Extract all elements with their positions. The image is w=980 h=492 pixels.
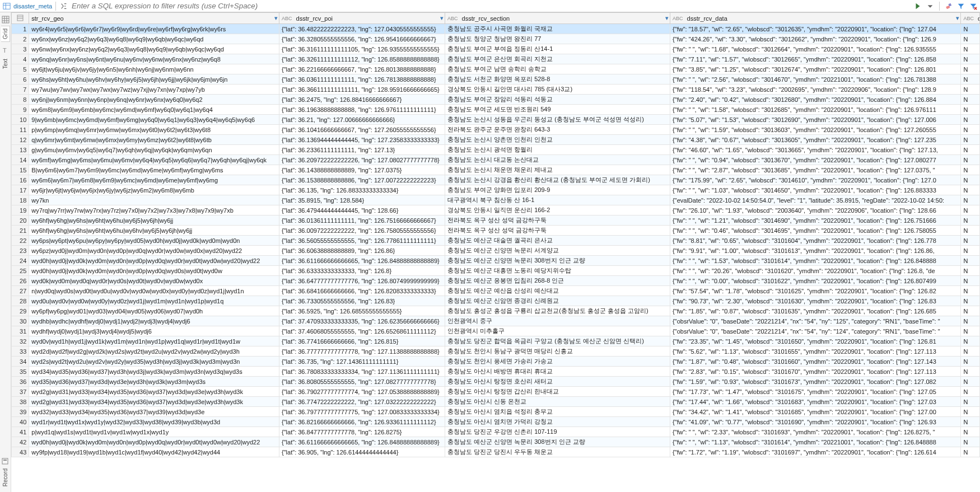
cell-last[interactable]: N xyxy=(961,346,980,357)
cell-data[interactable]: {"fw": " ", "wl": "0.00", "wlobscd": "31… xyxy=(670,276,961,286)
cell-last[interactable]: N xyxy=(961,145,980,155)
cell-poi[interactable]: {"lat": 35.8915, "lng": 128.584} xyxy=(279,195,445,205)
side-tab-record[interactable]: Record xyxy=(1,466,10,489)
cell-geo[interactable]: wy6nx|wy6nz|wy6q2|wy6q3|wy6q8|wy6q9|wy6q… xyxy=(29,34,279,44)
table-row[interactable]: 39wyd32|wyd33|wyd34|wyd35|wyd36|wyd37|wy… xyxy=(12,407,980,417)
cell-section[interactable]: 충청남도 당진군 합덕읍 옥금리 구양교 (충청남도 예산군 신암면 신택리) xyxy=(445,336,670,346)
cell-last[interactable]: N xyxy=(961,105,980,115)
cell-poi[interactable]: {"lat": 36.22166666666667, "lng": 126.80… xyxy=(279,64,445,74)
cell-section[interactable]: 충청남도 논산시 대교동 논산대교 xyxy=(445,155,670,165)
cell-last[interactable]: N xyxy=(961,336,980,346)
cell-last[interactable]: N xyxy=(961,447,980,457)
cell-last[interactable]: N xyxy=(961,316,980,326)
cell-data[interactable]: {"fw": "17.73", "wl": "1.47", "wlobscd":… xyxy=(670,387,961,397)
rownum-cell[interactable]: 2 xyxy=(12,34,29,44)
col-menu-icon[interactable]: ▾ xyxy=(440,15,444,22)
cell-last[interactable]: N xyxy=(961,306,980,316)
cell-poi[interactable]: {"lat": 36.777777777777778, "lng": 127.1… xyxy=(279,346,445,357)
table-row[interactable]: 8wy6nj|wy6nm|wy6nn|wy6np|wy6nq|wy6nr|wy6… xyxy=(12,95,980,105)
table-row[interactable]: 29wy6pf|wy6pg|wyd01|wyd03|wyd04|wyd05|wy… xyxy=(12,306,980,316)
cell-geo[interactable]: wy6m8|wy6m9|wy6mb|wy6mc|wy6md|wy6mf|wy6q… xyxy=(29,105,279,115)
cell-poi[interactable]: {"lat": 36.735, "lng": 127.1436111111111… xyxy=(279,357,445,367)
cell-data[interactable]: {"fw": "1.59", "wl": "0.93", "wlobscd": … xyxy=(670,377,961,387)
table-row[interactable]: 12q|wy6mr|wy6mt|wy6mw|wy6mx|wy6my|wy6mz|… xyxy=(12,135,980,145)
cell-data[interactable]: {"fw": "2.83", "wl": "0.15", "wlobscd": … xyxy=(670,367,961,377)
cell-data[interactable]: {"fw": " ", "wl": "1.58", "wlobscd": "30… xyxy=(670,105,961,115)
table-row[interactable]: 14wy6mf|wy6mg|wy6ms|wy6mu|wy6mv|wy6q4|wy… xyxy=(12,155,980,165)
cell-poi[interactable]: {"lat": 36.135, "lng": 126.8833333333333… xyxy=(279,185,445,195)
cell-geo[interactable]: wyd0h|wyd0j|wyd0k|wyd0m|wyd0n|wyd0p|wyd0… xyxy=(29,266,279,276)
cell-geo[interactable]: q|wy6mr|wy6mt|wy6mw|wy6mx|wy6my|wy6mz|wy… xyxy=(29,135,279,145)
cell-section[interactable]: 경상북도 안동시 길안면 대사리 785 (대사3교) xyxy=(445,85,670,95)
cell-geo[interactable]: wydhf|wydj0|wydj1|wydj3|wydj4|wydj5|wydj… xyxy=(29,326,279,336)
grid-icon[interactable] xyxy=(2,16,10,24)
cell-section[interactable]: 충청남도 예산군 대술면 궐곡리 은사교 xyxy=(445,236,670,246)
rownum-cell[interactable]: 8 xyxy=(12,95,29,105)
table-row[interactable]: 28wyd0u|wyd0v|wyd0w|wyd0y|wyd0z|wyd1j|wy… xyxy=(12,296,980,306)
cell-last[interactable]: N xyxy=(961,34,980,44)
cell-poi[interactable]: {"lat": 36.611666666666665, "lng": 126.8… xyxy=(279,437,445,447)
cell-last[interactable]: N xyxy=(961,286,980,296)
cell-geo[interactable]: wy6mf|wy6mg|wy6ms|wy6mu|wy6mv|wy6q4|wy6q… xyxy=(29,155,279,165)
cell-section[interactable]: 인천광역시 미추홀구 xyxy=(445,326,670,336)
cell-data[interactable]: {"fw": "8.81", "wl": "0.65", "wlobscd": … xyxy=(670,236,961,246)
rownum-cell[interactable]: 29 xyxy=(12,306,29,316)
cell-poi[interactable]: {"lat": 36.82166666666666, "lng": 126.93… xyxy=(279,417,445,427)
cell-last[interactable]: N xyxy=(961,74,980,85)
rownum-cell[interactable]: 33 xyxy=(12,346,29,357)
cell-poi[interactable]: {"lat": 36.10416666666667, "lng": 127.26… xyxy=(279,125,445,135)
cell-poi[interactable]: {"lat": 36.479444444444445, "lng": 128.6… xyxy=(279,205,445,215)
cell-data[interactable]: {"fw": " ", "wl": "1.03", "wlobscd": "30… xyxy=(670,185,961,195)
cell-poi[interactable]: {"lat": 36.32805555555556, "lng": 126.95… xyxy=(279,34,445,44)
rownum-header[interactable] xyxy=(12,13,29,24)
cell-section[interactable]: 대구광역시 북구 침산동 산 16-1 xyxy=(445,195,670,205)
run-dropdown-icon[interactable] xyxy=(926,2,935,11)
cell-section[interactable]: 충청남도 당진군 당진시 우두동 채운교 xyxy=(445,447,670,457)
cell-data[interactable]: {"fw": "34.42", "wl": "1.41", "wlobscd":… xyxy=(670,407,961,417)
cell-section[interactable]: 충청남도 부여군 양화면 입포리 209-9 xyxy=(445,185,670,195)
table-row[interactable]: 17wy6jr|wy6jt|wy6jw|wy6jx|wy6jy|wy6jz|wy… xyxy=(12,185,980,195)
cell-poi[interactable]: {"lat": 36.326111111111112, "lng": 126.8… xyxy=(279,54,445,64)
cell-section[interactable]: 충청남도 청양군 청남면 왕진리 77 xyxy=(445,34,670,44)
col-header-data[interactable]: ABCdsstr_rcv_data▾ xyxy=(670,13,961,24)
table-row[interactable]: 2wy6nx|wy6nz|wy6q2|wy6q3|wy6q8|wy6q9|wy6… xyxy=(12,34,980,44)
cell-last[interactable]: N xyxy=(961,175,980,185)
cell-data[interactable]: {"fw": "7.11", "wl": "1.57", "wlobscd": … xyxy=(670,54,961,64)
cell-geo[interactable]: wy6hf|wy6hg|wy6hs|wy6ht|wy6hu|wy6j5|wy6j… xyxy=(29,215,279,226)
cell-section[interactable]: 충청남도 부여군 은산면 회곡리 지천교 xyxy=(445,54,670,64)
col-header-last[interactable]: ABCdsstr_c xyxy=(961,13,980,24)
cell-geo[interactable]: wy7kn xyxy=(29,195,279,205)
cell-section[interactable]: 충청남도 천안시 풍세면 가송리 가송교 xyxy=(445,357,670,367)
cell-geo[interactable]: wyd35|wyd36|wyd37|wyd3d|wyd3e|wyd3h|wyd3… xyxy=(29,377,279,387)
rownum-cell[interactable]: 10 xyxy=(12,115,29,125)
rownum-cell[interactable]: 23 xyxy=(12,246,29,256)
cell-geo[interactable]: wy9fp|wyd18|wyd19|wyd1b|wyd1c|wyd1f|wyd4… xyxy=(29,447,279,457)
cell-geo[interactable]: B|wy6m6|wy6m7|wy6m9|wy6mc|wy6md|wy6me|wy… xyxy=(29,165,279,175)
cell-poi[interactable]: {"lat": 36.68416666666666, "lng": 126.82… xyxy=(279,286,445,296)
rownum-cell[interactable]: 16 xyxy=(12,175,29,185)
col-menu-icon[interactable]: ▾ xyxy=(956,15,959,22)
cell-data[interactable]: {"fw": "1.87", "wl": "0.48", "wlobscd": … xyxy=(670,357,961,367)
cell-last[interactable]: N xyxy=(961,417,980,427)
cell-last[interactable]: N xyxy=(961,236,980,246)
cell-data[interactable]: {"fw": "26.10", "wl": "1.93", "wlobscd":… xyxy=(670,205,961,215)
table-row[interactable]: 4wy6nq|wy6nr|wy6ns|wy6nt|wy6nu|wy6nv|wy6… xyxy=(12,54,980,64)
table-row[interactable]: 1wy6r4|wy6r5|wy6r6|wy6r7|wy6r9|wy6rd|wy6… xyxy=(12,24,980,34)
cell-section[interactable]: 충청남도 당진군 우강면 신촌리 107-119 xyxy=(445,427,670,437)
cell-poi[interactable]: {"lat": 36.611666666666665, "lng": 126.8… xyxy=(279,256,445,266)
cell-geo[interactable]: wy6pf|wy6pg|wyd01|wyd03|wyd04|wyd05|wyd0… xyxy=(29,306,279,316)
cell-data[interactable]: {"fw": "3.85", "wl": "1.25", "wlobscd": … xyxy=(670,64,961,74)
cell-last[interactable]: N xyxy=(961,377,980,387)
cell-geo[interactable]: wy7rq|wy7rr|wy7rw|wy7rx|wy7rz|wy7x0|wy7x… xyxy=(29,205,279,215)
cell-poi[interactable]: {"lat": 36.780833333333334, "lng": 127.1… xyxy=(279,367,445,377)
cell-last[interactable]: N xyxy=(961,195,980,205)
expression-icon[interactable] xyxy=(59,2,68,11)
rownum-cell[interactable]: 18 xyxy=(12,195,29,205)
cell-poi[interactable]: {"lat": 36.790277777777774, "lng": 127.0… xyxy=(279,387,445,397)
cell-geo[interactable]: wyd2d|wyd2f|wyd2g|wyd2k|wyd2s|wyd2t|wyd2… xyxy=(29,346,279,357)
filter-apply-icon[interactable] xyxy=(956,2,965,11)
cell-section[interactable]: 충청남도 논산시 광석면 항월리 xyxy=(445,145,670,155)
cell-geo[interactable]: wyd2g|wyd31|wyd33|wyd34|wyd35|wyd36|wyd3… xyxy=(29,387,279,397)
rownum-cell[interactable]: 39 xyxy=(12,407,29,417)
rownum-cell[interactable]: 12 xyxy=(12,135,29,145)
